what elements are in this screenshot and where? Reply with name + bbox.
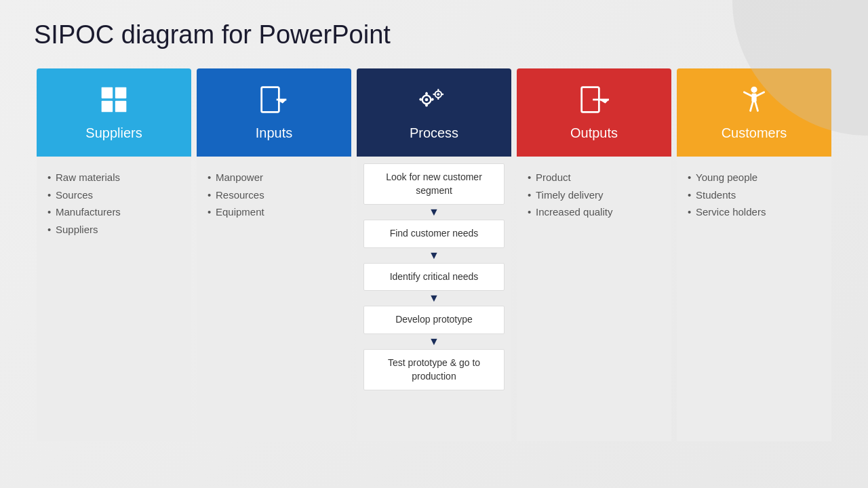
list-item: Sources [47,186,180,204]
svg-point-26 [751,86,757,92]
list-item: Manufacturers [47,203,180,221]
col-inputs: Inputs Manpower Resources Equipment [197,68,351,441]
inputs-icon [259,85,289,119]
svg-rect-27 [751,93,756,102]
customers-list: Young people Students Service holders [688,169,821,221]
col-process: Process Look for new customer segment ▼ … [357,68,511,441]
page-title: SIPOC diagram for PowerPoint [34,20,834,49]
page: SIPOC diagram for PowerPoint Suppliers R… [0,0,868,488]
svg-rect-20 [437,97,439,100]
list-item: Suppliers [47,221,180,239]
suppliers-list: Raw materials Sources Manufacturers Supp… [47,169,180,238]
outputs-label: Outputs [570,125,618,141]
process-step-1: Look for new customer segment [363,163,505,205]
list-item: Increased quality [528,203,660,221]
customers-icon [739,85,769,119]
list-item: Raw materials [47,169,180,186]
process-step-2: Find customer needs [363,220,505,248]
list-item: Manpower [208,169,340,186]
svg-rect-2 [102,100,113,112]
svg-rect-19 [437,89,439,92]
svg-line-31 [755,102,758,110]
process-label: Process [410,125,458,141]
outputs-list: Product Timely delivery Increased qualit… [528,169,660,221]
list-item: Product [528,169,660,186]
sipoc-diagram: Suppliers Raw materials Sources Manufact… [34,68,834,441]
svg-point-18 [437,93,439,96]
col-outputs: Outputs Product Timely delivery Increase… [517,68,671,441]
arrow-4: ▼ [429,336,439,347]
svg-rect-1 [115,87,127,98]
col-suppliers: Suppliers Raw materials Sources Manufact… [37,68,191,441]
svg-rect-21 [433,93,435,94]
inputs-list: Manpower Resources Equipment [208,169,340,221]
outputs-body: Product Timely delivery Increased qualit… [517,157,671,441]
process-body: Look for new customer segment ▼ Find cus… [357,157,511,441]
svg-rect-3 [115,100,127,112]
inputs-label: Inputs [256,125,292,141]
svg-rect-4 [262,87,279,112]
suppliers-icon [99,85,129,119]
svg-line-30 [751,102,753,110]
inputs-header: Inputs [197,68,351,157]
svg-line-28 [744,92,751,96]
col-customers: Customers Young people Students Service … [677,68,831,441]
process-step-4: Develop prototype [363,306,505,334]
list-item: Students [688,186,821,204]
list-item: Timely delivery [528,186,660,204]
list-item: Equipment [208,203,340,221]
process-icon [419,85,449,119]
svg-line-29 [757,92,764,96]
process-step-5: Test prototype & go to production [363,349,505,390]
list-item: Resources [208,186,340,204]
customers-header: Customers [677,68,831,157]
outputs-header: Outputs [517,68,671,157]
inputs-body: Manpower Resources Equipment [197,157,351,441]
customers-label: Customers [722,125,787,141]
svg-rect-22 [441,93,443,94]
list-item: Service holders [688,203,821,221]
svg-point-8 [425,98,429,101]
suppliers-body: Raw materials Sources Manufacturers Supp… [37,157,191,441]
arrow-2: ▼ [429,250,439,261]
arrow-1: ▼ [429,207,439,218]
suppliers-label: Suppliers [85,125,142,141]
list-item: Young people [688,169,821,186]
customers-body: Young people Students Service holders [677,157,831,441]
process-header: Process [357,68,511,157]
suppliers-header: Suppliers [37,68,191,157]
arrow-3: ▼ [429,293,439,304]
process-step-3: Identify critical needs [363,263,505,291]
outputs-icon [579,85,609,119]
svg-rect-0 [102,87,113,98]
